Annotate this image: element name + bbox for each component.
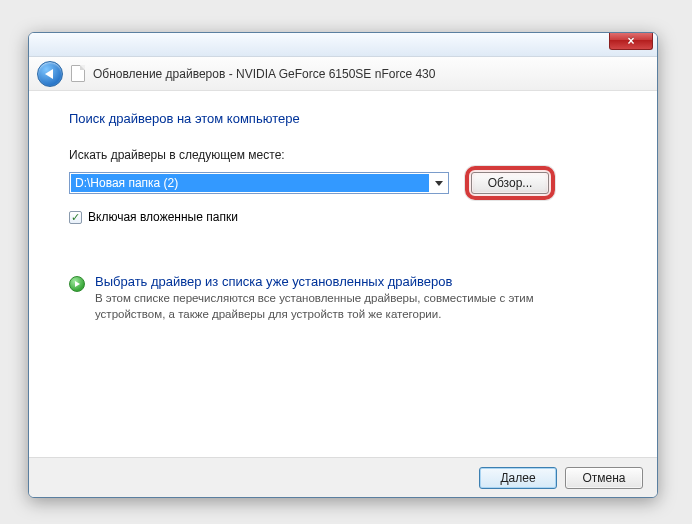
pick-from-list-option[interactable]: Выбрать драйвер из списка уже установлен…: [69, 274, 617, 322]
include-subfolders-label: Включая вложенные папки: [88, 210, 238, 224]
chevron-down-icon: [435, 181, 443, 186]
document-icon: [71, 65, 85, 82]
path-label: Искать драйверы в следующем месте:: [69, 148, 617, 162]
include-subfolders-row: ✓ Включая вложенные папки: [69, 210, 617, 224]
cancel-button[interactable]: Отмена: [565, 467, 643, 489]
check-icon: ✓: [71, 212, 80, 223]
combobox-dropdown-button[interactable]: [430, 173, 448, 193]
arrow-right-icon: [75, 281, 80, 287]
path-combobox[interactable]: D:\Новая папка (2): [69, 172, 449, 194]
page-heading: Поиск драйверов на этом компьютере: [69, 111, 617, 126]
driver-update-window: × Обновление драйверов - NVIDIA GeForce …: [28, 32, 658, 498]
option-title: Выбрать драйвер из списка уже установлен…: [95, 274, 597, 289]
wizard-footer: Далее Отмена: [29, 457, 657, 497]
back-arrow-icon: [45, 69, 53, 79]
next-button[interactable]: Далее: [479, 467, 557, 489]
close-button[interactable]: ×: [609, 32, 653, 50]
browse-highlight-wrap: Обзор...: [465, 166, 555, 200]
content-area: Поиск драйверов на этом компьютере Искат…: [29, 91, 657, 467]
browse-button[interactable]: Обзор...: [471, 172, 549, 194]
option-text: Выбрать драйвер из списка уже установлен…: [95, 274, 597, 322]
wizard-header: Обновление драйверов - NVIDIA GeForce 61…: [29, 57, 657, 91]
path-row: D:\Новая папка (2) Обзор...: [69, 166, 617, 200]
window-title: Обновление драйверов - NVIDIA GeForce 61…: [93, 67, 435, 81]
option-description: В этом списке перечисляются все установл…: [95, 291, 597, 322]
close-icon: ×: [627, 35, 634, 47]
titlebar: ×: [29, 33, 657, 57]
back-button[interactable]: [37, 61, 63, 87]
option-arrow-icon: [69, 276, 85, 292]
include-subfolders-checkbox[interactable]: ✓: [69, 211, 82, 224]
path-value: D:\Новая папка (2): [71, 174, 429, 192]
